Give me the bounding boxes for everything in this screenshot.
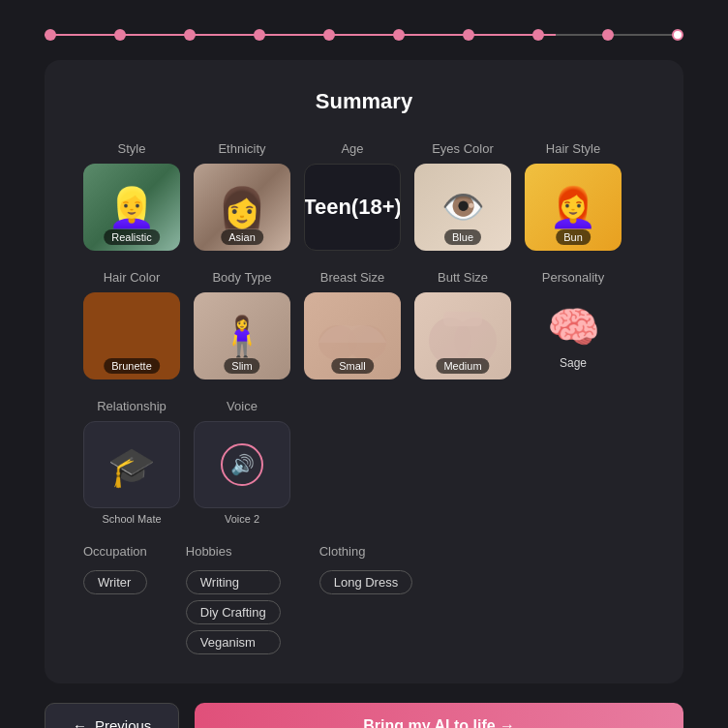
style-label: Style: [118, 141, 146, 156]
style-tile[interactable]: Realistic: [83, 164, 180, 251]
occupation-tag[interactable]: Writer: [83, 570, 147, 594]
occupation-label: Occupation: [83, 544, 147, 559]
progress-dot-10: [672, 29, 683, 41]
clothing-label: Clothing: [319, 544, 412, 559]
haircolor-tile[interactable]: Brunette: [83, 292, 180, 379]
row-2-items: Hair Color Brunette Body Type Slim Breas…: [83, 270, 645, 379]
progress-dot-6: [393, 29, 405, 41]
speaker-icon: 🔊: [221, 443, 263, 486]
age-label: Age: [341, 141, 363, 156]
personality-item: Personality 🧠 Sage: [525, 270, 622, 379]
relationship-tile[interactable]: 🎓: [83, 421, 180, 508]
graduation-cap-icon: 🎓: [107, 444, 156, 490]
butt-tile[interactable]: Medium: [414, 292, 511, 379]
row-2: Hair Color Brunette Body Type Slim Breas…: [83, 270, 645, 379]
breast-tile[interactable]: Small: [304, 292, 401, 379]
voice-item: Voice 🔊 Voice 2: [194, 399, 290, 525]
progress-dot-4: [254, 29, 265, 41]
style-item: Style Realistic: [83, 141, 180, 251]
row-1: Style Realistic Ethnicity Asian Age Teen…: [83, 141, 645, 251]
breast-item: Breast Size Small: [304, 270, 401, 379]
relationship-item: Relationship 🎓 School Mate: [83, 399, 180, 525]
hairstyle-label: Hair Style: [546, 141, 600, 156]
bodytype-tile[interactable]: Slim: [194, 292, 290, 379]
cta-button[interactable]: Bring my AI to life →: [195, 703, 683, 728]
ethnicity-label: Ethnicity: [218, 141, 265, 156]
hobby-tag-2[interactable]: Diy Crafting: [186, 600, 281, 624]
butt-label: Butt Size: [438, 270, 488, 285]
bottom-bar: ← Previous Bring my AI to life →: [45, 703, 683, 728]
hobbies-label: Hobbies: [186, 544, 281, 559]
breast-value: Small: [331, 358, 374, 374]
svg-rect-4: [443, 312, 482, 326]
age-item: Age Teen(18+): [304, 141, 401, 251]
haircolor-value: Brunette: [104, 358, 160, 374]
relationship-value: School Mate: [102, 513, 161, 525]
previous-label: Previous: [95, 717, 151, 728]
brain-icon: 🧠: [547, 302, 600, 352]
butt-value: Medium: [436, 358, 489, 374]
haircolor-item: Hair Color Brunette: [83, 270, 180, 379]
progress-dot-2: [114, 29, 126, 41]
hobby-tag-3[interactable]: Veganism: [186, 630, 281, 654]
haircolor-label: Hair Color: [104, 270, 161, 285]
row-3-items: Relationship 🎓 School Mate Voice 🔊 Voice…: [83, 399, 645, 525]
hobbies-group: Hobbies Writing Diy Crafting Veganism: [186, 544, 281, 654]
butt-item: Butt Size Medium: [414, 270, 511, 379]
style-value: Realistic: [104, 229, 160, 245]
bodytype-label: Body Type: [212, 270, 271, 285]
cta-label: Bring my AI to life →: [363, 717, 515, 729]
tags-section: Occupation Writer Hobbies Writing Diy Cr…: [83, 544, 645, 654]
progress-dot-7: [463, 29, 474, 41]
bodytype-value: Slim: [224, 358, 259, 374]
progress-dot-5: [323, 29, 335, 41]
age-tile[interactable]: Teen(18+): [304, 164, 401, 251]
card-title: Summary: [83, 89, 645, 114]
hairstyle-tile[interactable]: Bun: [525, 164, 622, 251]
personality-tile[interactable]: 🧠 Sage: [525, 292, 622, 379]
eyes-value: Blue: [444, 229, 481, 245]
voice-label: Voice: [227, 399, 258, 413]
clothing-group: Clothing Long Dress: [319, 544, 412, 654]
row-3: Relationship 🎓 School Mate Voice 🔊 Voice…: [83, 399, 645, 525]
occupation-group: Occupation Writer: [83, 544, 147, 654]
row-1-items: Style Realistic Ethnicity Asian Age Teen…: [83, 141, 645, 251]
progress-dot-9: [602, 29, 614, 41]
ethnicity-tile[interactable]: Asian: [194, 164, 290, 251]
clothing-tag[interactable]: Long Dress: [319, 570, 412, 594]
arrow-left-icon: ←: [73, 717, 87, 728]
eyes-tile[interactable]: Blue: [414, 164, 511, 251]
hobbies-list: Writing Diy Crafting Veganism: [186, 570, 281, 654]
previous-button[interactable]: ← Previous: [45, 703, 179, 728]
eyes-label: Eyes Color: [432, 141, 494, 156]
breast-label: Breast Size: [320, 270, 384, 285]
ethnicity-item: Ethnicity Asian: [194, 141, 290, 251]
bodytype-item: Body Type Slim: [194, 270, 290, 379]
progress-dot-3: [184, 29, 196, 41]
summary-card: Summary Style Realistic Ethnicity Asian …: [45, 60, 683, 683]
eyes-item: Eyes Color Blue: [414, 141, 511, 251]
relationship-label: Relationship: [97, 399, 167, 413]
age-value: Teen(18+): [304, 195, 401, 220]
voice-tile[interactable]: 🔊: [194, 421, 290, 508]
hobby-tag-1[interactable]: Writing: [186, 570, 281, 594]
ethnicity-value: Asian: [221, 229, 263, 245]
hairstyle-value: Bun: [556, 229, 591, 245]
personality-label: Personality: [542, 270, 604, 285]
progress-dot-8: [532, 29, 544, 41]
personality-value: Sage: [560, 356, 587, 370]
progress-dot-1: [45, 29, 56, 41]
hairstyle-item: Hair Style Bun: [525, 141, 622, 251]
progress-bar: [45, 29, 683, 41]
voice-value: Voice 2: [225, 513, 259, 525]
